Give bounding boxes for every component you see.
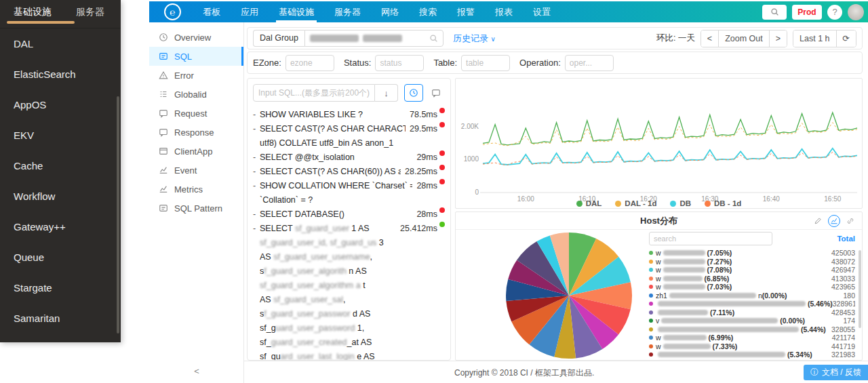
host-legend-row[interactable]: (5.46%)328961 [649, 300, 855, 308]
menu-item-Workflow[interactable]: Workflow [0, 181, 121, 211]
sql-query-row[interactable]: -SELECT @@tx_isolation29ms [253, 150, 445, 165]
host-legend-row[interactable]: (5.44%)328055 [649, 325, 855, 334]
host-legend-row[interactable]: (5.34%)321983 [649, 350, 855, 359]
filter-input-oper[interactable] [565, 55, 614, 71]
redacted-hostname [661, 318, 778, 323]
nav-tab-搜索[interactable]: 搜索 [419, 1, 437, 22]
history-link[interactable]: 历史记录 ∨ [453, 33, 496, 45]
host-search-input[interactable] [649, 232, 772, 245]
host-legend-row[interactable]: w(7.03%)423965 [649, 283, 855, 291]
nav-tab-报表[interactable]: 报表 [495, 1, 513, 22]
zoom-out-button[interactable]: Zoom Out [718, 31, 769, 47]
sql-query-row[interactable]: -SELECT CAST(? AS CHAR(60)) AS anon_128.… [253, 165, 445, 179]
nav-tab-服务器[interactable]: 服务器 [334, 1, 361, 22]
host-legend-row[interactable]: v(0.00%)174 [649, 317, 855, 325]
query-text-continued: `Collation` = ? [253, 193, 445, 207]
host-percent: (5.51%) [801, 359, 826, 361]
share-link-button[interactable] [844, 215, 856, 227]
nav-tab-设置[interactable]: 设置 [533, 1, 551, 22]
sidebar-item-sql[interactable]: SQL [149, 47, 243, 66]
menu-item-Gateway++[interactable]: Gateway++ [0, 211, 121, 242]
legend-item-DB - 1d[interactable]: DB - 1d [705, 199, 741, 207]
menu-item-Stargate[interactable]: Stargate [0, 273, 121, 303]
user-avatar[interactable] [848, 4, 864, 20]
sidebar-item-response[interactable]: Response [149, 123, 243, 142]
group-search-input[interactable] [304, 30, 443, 47]
menu-item-Cache[interactable]: Cache [0, 150, 121, 181]
nav-tab-网络[interactable]: 网络 [381, 1, 399, 22]
host-legend-row[interactable]: (7.11%)428453 [649, 308, 855, 317]
legend-item-DB[interactable]: DB [670, 199, 691, 207]
app-logo-icon[interactable]: ℮ [164, 3, 181, 20]
sidebar-item-clientapp[interactable]: ClientApp [149, 142, 243, 161]
download-button[interactable]: ↓ [375, 84, 398, 102]
group-selector[interactable]: Dal Group [253, 30, 304, 47]
sidebar-item-label: Request [174, 108, 207, 119]
nav-tab-基础设施[interactable]: 基础设施 [279, 1, 314, 22]
query-text-continued: AS sf_guard_user_sal, [253, 293, 445, 307]
help-button[interactable]: ? [827, 5, 842, 20]
redacted-text [363, 35, 402, 42]
sql-query-row[interactable]: -SHOW VARIABLES LIKE ?78.5ms [253, 108, 445, 122]
menu-item-ElasticSearch[interactable]: ElasticSearch [0, 59, 121, 89]
legend-item-DAL[interactable]: DAL [576, 199, 602, 207]
sql-query-row[interactable]: -SHOW COLLATION WHERE `Charset` = ? AND2… [253, 179, 445, 193]
os-menu-tab-基础设施[interactable]: 基础设施 [14, 6, 52, 28]
host-total-value: 428453 [831, 308, 855, 317]
sidebar-collapse-button[interactable]: < [149, 366, 244, 376]
filter-label: Status: [344, 58, 371, 68]
host-percent: (7.08%) [707, 266, 732, 274]
host-legend-row[interactable]: w(7.33%)441719 [649, 342, 855, 350]
os-menu-tab-服务器[interactable]: 服务器 [76, 6, 104, 28]
nav-tab-应用[interactable]: 应用 [241, 1, 258, 22]
sidebar-item-request[interactable]: Request [149, 104, 243, 123]
host-legend-row[interactable]: w(7.08%)426947 [649, 266, 855, 274]
sidebar-item-globalid[interactable]: Globalid [149, 85, 243, 104]
filter-input-ezone[interactable] [285, 55, 334, 71]
search-button[interactable] [762, 5, 787, 20]
menu-item-Samaritan[interactable]: Samaritan [0, 303, 121, 334]
status-dot [439, 165, 445, 170]
comment-button[interactable] [427, 84, 445, 102]
sql-search-input[interactable] [253, 84, 375, 102]
host-legend-row[interactable]: w(6.99%)421174 [649, 334, 855, 342]
pan-left-button[interactable]: < [701, 31, 718, 47]
edit-button[interactable] [812, 215, 824, 227]
host-legend-row[interactable]: zh1n (0.00%)180 [649, 291, 855, 300]
menu-scrollbar[interactable] [117, 96, 119, 334]
filter-input-status[interactable] [375, 55, 424, 71]
sql-query-row[interactable]: -SELECT CAST(? AS CHAR CHARACTER SET29.5… [253, 122, 445, 136]
chart-view-button[interactable] [828, 215, 840, 227]
sidebar-item-error[interactable]: Error [149, 66, 243, 85]
sql-query-row[interactable]: -SELECT sf_guard_user 1 AS25.412ms [253, 222, 445, 236]
sidebar-item-event[interactable]: Event [149, 161, 243, 180]
sidebar-item-overview[interactable]: Overview [149, 28, 243, 47]
menu-item-EKV[interactable]: EKV [0, 120, 121, 150]
prod-env-button[interactable]: Prod [792, 5, 822, 20]
pan-right-button[interactable]: > [769, 31, 787, 47]
sidebar-item-metrics[interactable]: Metrics [149, 180, 243, 199]
menu-item-Queue[interactable]: Queue [0, 242, 121, 273]
menu-item-AppOS[interactable]: AppOS [0, 89, 121, 120]
host-legend-row[interactable]: w(6.85%)413033 [649, 275, 855, 283]
menu-item-DAL[interactable]: DAL [0, 28, 121, 59]
module-sidebar: OverviewSQLErrorGlobalidRequestResponseC… [149, 22, 244, 383]
nav-tab-看板[interactable]: 看板 [203, 1, 220, 22]
host-legend-row[interactable]: (5.51%)332060 [649, 359, 855, 361]
history-toggle-button[interactable] [404, 84, 423, 102]
copyright-text: Copyright © 2018 CI / 框架工具部出品. [454, 367, 594, 379]
legend-scrollbar[interactable] [859, 250, 861, 328]
host-legend-row[interactable]: w(7.27%)438072 [649, 258, 855, 266]
qps-line-chart[interactable]: 010002.00K16:0016:1016:2016:3016:4016:50… [455, 78, 863, 209]
refresh-button[interactable]: ⟳ [836, 31, 856, 47]
nav-tab-报警[interactable]: 报警 [457, 1, 475, 22]
docs-feedback-button[interactable]: ⓘ 文档 / 反馈 [804, 365, 868, 380]
legend-item-DAL - 1d[interactable]: DAL - 1d [615, 199, 656, 207]
redacted-hostname [658, 301, 806, 306]
time-range-button[interactable]: Last 1 h [793, 31, 835, 47]
msg-icon [159, 108, 168, 118]
sql-query-row[interactable]: -SELECT DATABASE()28ms [253, 207, 445, 222]
host-legend-row[interactable]: w(7.05%)425003 [649, 249, 855, 257]
filter-input-table[interactable] [461, 55, 510, 71]
sidebar-item-sql-pattern[interactable]: SQL Pattern [149, 199, 243, 218]
